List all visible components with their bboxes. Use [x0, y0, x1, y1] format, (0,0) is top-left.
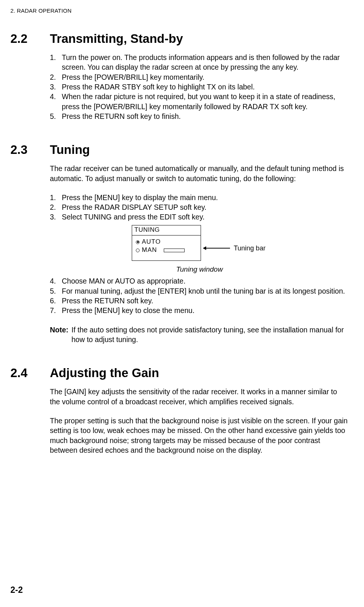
list-item-text: Press the RETURN soft key. — [62, 296, 349, 306]
section: 2.4Adjusting the GainThe [GAIN] key adju… — [10, 366, 349, 455]
list-item: 1.Press the [MENU] key to display the ma… — [50, 193, 349, 202]
section-number: 2.2 — [10, 32, 50, 46]
section: 2.2Transmitting, Stand-by1.Turn the powe… — [10, 32, 349, 121]
list-item-text: Press the [POWER/BRILL] key momentarily. — [62, 72, 349, 82]
section: 2.3TuningThe radar receiver can be tuned… — [10, 143, 349, 344]
tuning-box-title: TUNING — [132, 225, 201, 235]
list-item: 4.When the radar picture is not required… — [50, 92, 349, 111]
ordered-list: 1.Press the [MENU] key to display the ma… — [50, 193, 349, 222]
note-label: Note: — [50, 325, 71, 345]
list-item: 6.Press the RETURN soft key. — [50, 296, 349, 306]
tuning-box: TUNINGAUTOMAN — [132, 225, 201, 261]
list-item: 5.For manual tuning, adjust the [ENTER] … — [50, 286, 349, 296]
arrow-left-icon — [203, 248, 230, 249]
section-title: Transmitting, Stand-by — [50, 32, 349, 46]
paragraph: The proper setting is such that the back… — [50, 416, 349, 455]
section-title: Adjusting the Gain — [50, 366, 349, 380]
list-item: 4.Choose MAN or AUTO as appropriate. — [50, 276, 349, 286]
section-body: 1.Turn the power on. The products inform… — [50, 53, 349, 121]
list-item-text: Press the [MENU] key to close the menu. — [62, 306, 349, 315]
section-title: Tuning — [50, 143, 349, 157]
list-item-text: Press the RETURN soft key to finish. — [62, 111, 349, 121]
section-number: 2.3 — [10, 143, 50, 157]
list-item: 2.Press the RADAR DISPLAY SETUP soft key… — [50, 202, 349, 212]
note-text: If the auto setting does not provide sat… — [71, 325, 349, 345]
list-item-number: 3. — [50, 82, 62, 92]
list-item: 7.Press the [MENU] key to close the menu… — [50, 306, 349, 315]
list-item-number: 4. — [50, 92, 62, 111]
section-heading: 2.3Tuning — [10, 143, 349, 157]
list-item-number: 1. — [50, 193, 62, 202]
ordered-list: 1.Turn the power on. The products inform… — [50, 53, 349, 121]
list-item-text: For manual tuning, adjust the [ENTER] kn… — [62, 286, 349, 296]
tuning-figure: TUNINGAUTOMANTuning bar — [50, 225, 349, 262]
list-item-text: Press the RADAR STBY soft key to highlig… — [62, 82, 349, 92]
ordered-list: 4.Choose MAN or AUTO as appropriate.5.Fo… — [50, 276, 349, 315]
tuning-option-label: MAN — [142, 246, 162, 255]
list-item-text: Turn the power on. The products informat… — [62, 53, 349, 72]
tuning-option-auto: AUTO — [136, 238, 198, 246]
list-item: 1.Turn the power on. The products inform… — [50, 53, 349, 72]
running-header: 2. RADAR OPERATION — [10, 7, 349, 14]
list-item-text: Select TUNING and press the EDIT soft ke… — [62, 212, 349, 222]
callout-label: Tuning bar — [234, 244, 265, 253]
tuning-option-man: MAN — [136, 246, 198, 255]
list-item-number: 1. — [50, 53, 62, 72]
paragraph: The radar receiver can be tuned automati… — [50, 164, 349, 183]
list-item-number: 2. — [50, 72, 62, 82]
note: Note: If the auto setting does not provi… — [50, 325, 349, 345]
list-item: 3.Select TUNING and press the EDIT soft … — [50, 212, 349, 222]
paragraph: The [GAIN] key adjusts the sensitivity o… — [50, 387, 349, 407]
tuning-bar-icon — [164, 249, 185, 252]
list-item-number: 3. — [50, 212, 62, 222]
list-item-text: Press the [MENU] key to display the main… — [62, 193, 349, 202]
list-item: 3.Press the RADAR STBY soft key to highl… — [50, 82, 349, 92]
list-item-text: When the radar picture is not required, … — [62, 92, 349, 111]
list-item: 5.Press the RETURN soft key to finish. — [50, 111, 349, 121]
tuning-option-label: AUTO — [142, 238, 162, 246]
list-item-text: Choose MAN or AUTO as appropriate. — [62, 276, 349, 286]
radio-unselected-icon — [136, 249, 140, 252]
figure-caption: Tuning window — [50, 265, 349, 274]
page-number: 2-2 — [10, 585, 23, 595]
list-item-text: Press the RADAR DISPLAY SETUP soft key. — [62, 202, 349, 212]
list-item-number: 2. — [50, 202, 62, 212]
list-item-number: 4. — [50, 276, 62, 286]
list-item: 2.Press the [POWER/BRILL] key momentaril… — [50, 72, 349, 82]
list-item-number: 7. — [50, 306, 62, 315]
list-item-number: 6. — [50, 296, 62, 306]
list-item-number: 5. — [50, 111, 62, 121]
list-item-number: 5. — [50, 286, 62, 296]
tuning-box-body: AUTOMAN — [132, 235, 201, 257]
section-heading: 2.2Transmitting, Stand-by — [10, 32, 349, 46]
section-body: The radar receiver can be tuned automati… — [50, 164, 349, 344]
section-heading: 2.4Adjusting the Gain — [10, 366, 349, 380]
radio-selected-icon — [136, 240, 140, 244]
section-body: The [GAIN] key adjusts the sensitivity o… — [50, 387, 349, 455]
section-number: 2.4 — [10, 366, 50, 380]
figure-callout: Tuning bar — [203, 244, 265, 253]
